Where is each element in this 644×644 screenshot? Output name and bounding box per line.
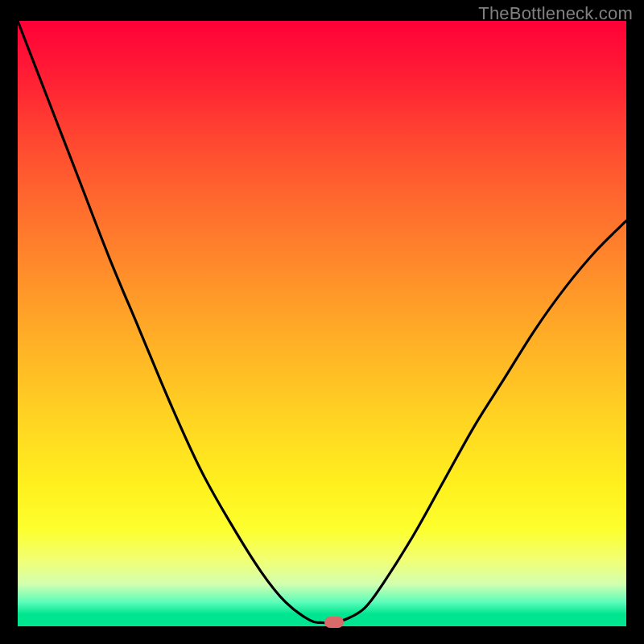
balance-point-marker (324, 617, 344, 628)
chart-area (18, 21, 626, 626)
bottleneck-curve (18, 21, 626, 626)
performance-curve-path (18, 21, 626, 623)
